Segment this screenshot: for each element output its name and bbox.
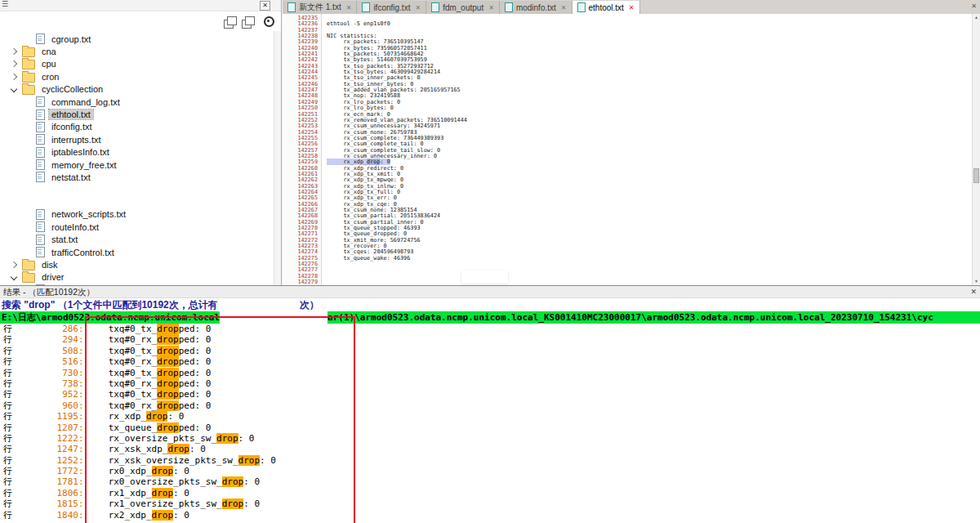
- code-line[interactable]: rx_lro_bytes: 0: [327, 105, 973, 111]
- code-line[interactable]: tx_tso_bytes: 463099429284214: [327, 69, 973, 75]
- match-row[interactable]: 行960:txq#0_rx_dropped: 0: [0, 400, 980, 411]
- code-line[interactable]: rx_xdp_tx_cqe: 0: [327, 202, 973, 208]
- code-line[interactable]: tx_queue_dropped: 0: [327, 231, 973, 237]
- tab--1.txt[interactable]: 新文件 1.txt✕: [283, 1, 357, 14]
- code-line[interactable]: [327, 28, 973, 34]
- tab-ethtool.txt[interactable]: ethtool.txt✕: [572, 1, 640, 14]
- match-row[interactable]: 行730:txq#0_tx_dropped: 0: [0, 368, 980, 378]
- tree-item-cgroup.txt[interactable]: cgroup.txt: [0, 33, 274, 45]
- tile-windows-icon[interactable]: [242, 20, 252, 29]
- code-line[interactable]: tx_csum_partial_inner: 0: [327, 220, 973, 226]
- match-row[interactable]: 行1207:tx_queue_dropped: 0: [0, 422, 980, 433]
- tree-scrollbar[interactable]: [274, 31, 281, 285]
- tab-fdm_output[interactable]: fdm_output✕: [426, 1, 500, 14]
- cascade-windows-icon[interactable]: [224, 20, 234, 29]
- code-line[interactable]: rx_csum_unnecessary: 34245971: [327, 123, 973, 129]
- code-line[interactable]: tx_nop: 232419588: [327, 93, 973, 99]
- editor[interactable]: 1422351422361422371422381422391422401422…: [283, 14, 973, 285]
- chevron-down-icon[interactable]: [11, 274, 17, 280]
- code-line[interactable]: tx_added_vlan_packets: 205165957165: [327, 87, 973, 93]
- workspace-close-icon[interactable]: ✕: [260, 1, 270, 11]
- tree-item-trafficControl.txt[interactable]: trafficControl.txt: [0, 246, 274, 258]
- editor-scrollbar[interactable]: ▲ ▼: [972, 14, 980, 285]
- code-line[interactable]: ethtool -S enp1s0f0: [327, 21, 973, 27]
- code-line[interactable]: rx_xdp_tx_full: 0: [327, 190, 973, 195]
- chevron-right-icon[interactable]: [11, 262, 17, 268]
- code-line[interactable]: rx_xdp_tx_xmit: 0: [327, 172, 973, 177]
- tab-close-icon[interactable]: ✕: [561, 4, 567, 11]
- match-row[interactable]: 行286:txq#0_tx_dropped: 0: [0, 324, 980, 334]
- tabbar-close-icon[interactable]: ✕: [971, 2, 977, 10]
- match-row[interactable]: 行738:txq#0_rx_dropped: 0: [0, 378, 980, 389]
- code-line[interactable]: tx_recover: 0: [327, 244, 973, 249]
- tree-item-interrupts.txt[interactable]: interrupts.txt: [0, 133, 274, 145]
- code-line[interactable]: rx_xdp_drop: 0: [327, 159, 973, 165]
- code-area[interactable]: ethtool -S enp1s0f0NIC statistics: rx_pa…: [322, 14, 973, 285]
- result-file-path[interactable]: E:\日志\armod0523.odata.ncmp.unicom.locala…: [0, 311, 980, 324]
- tab-close-icon[interactable]: ✕: [346, 4, 352, 11]
- code-line[interactable]: tx_xmit_more: 569724756: [327, 238, 973, 244]
- tree-item-memory_free.txt[interactable]: memory_free.txt: [0, 159, 274, 171]
- tab-modinfo.txt[interactable]: modinfo.txt✕: [500, 1, 572, 14]
- tree-item-stat.txt[interactable]: stat.txt: [0, 233, 274, 245]
- tree-item-cna[interactable]: cna: [0, 45, 274, 57]
- tree-item-disk[interactable]: disk: [0, 258, 274, 270]
- match-row[interactable]: 行1252:rx_xsk_oversize_pkts_sw_drop: 0: [0, 455, 980, 466]
- scrollbar-thumb[interactable]: [973, 168, 979, 183]
- code-line[interactable]: [327, 262, 973, 267]
- match-row[interactable]: 行1815:rx1_oversize_pkts_sw_drop: 0: [0, 498, 980, 509]
- chevron-right-icon[interactable]: [11, 48, 17, 55]
- tree-item-driver[interactable]: driver: [0, 271, 274, 284]
- code-line[interactable]: tx_queue_stopped: 46393: [327, 226, 973, 231]
- menu-icon[interactable]: ☰: [2, 0, 8, 8]
- scroll-down-icon[interactable]: ▼: [973, 278, 980, 285]
- match-row[interactable]: 行1781:rx0_oversize_pkts_sw_drop: 0: [0, 476, 980, 487]
- scroll-up-icon[interactable]: ▲: [973, 14, 980, 21]
- tree-item-cron[interactable]: cron: [0, 70, 274, 83]
- chevron-right-icon[interactable]: [11, 74, 17, 80]
- tree-item-ethtool.txt[interactable]: ethtool.txt: [0, 108, 274, 120]
- path-prefix: E:\日志\armod0523.odata.ncmp.unicom.local: [2, 312, 220, 323]
- tree-item-netstat.txt[interactable]: netstat.txt: [0, 171, 274, 183]
- results-close-icon[interactable]: ✕: [970, 286, 977, 297]
- tree-item-label: command_log.txt: [49, 97, 122, 107]
- code-line[interactable]: tx_queue_wake: 46396: [327, 256, 973, 262]
- code-line[interactable]: rx_xdp_redirect: 0: [327, 166, 973, 172]
- code-line[interactable]: rx_xdp_tx_inlnw: 0: [327, 184, 973, 190]
- match-row[interactable]: 行952:txq#0_tx_dropped: 0: [0, 389, 980, 400]
- tree-item-ifconfig.txt[interactable]: ifconfig.txt: [0, 121, 274, 133]
- tree-item-iptablesInfo.txt[interactable]: iptablesInfo.txt: [0, 146, 274, 159]
- code-line[interactable]: rx_xdp_tx_mpwqe: 0: [327, 177, 973, 183]
- match-row[interactable]: 行1840:rx2_xdp_drop: 0: [0, 510, 980, 521]
- match-row[interactable]: 行1806:rx1_xdp_drop: 0: [0, 488, 980, 498]
- tab-ifconfig.txt[interactable]: ifconfig.txt✕: [357, 1, 426, 14]
- code-line[interactable]: [327, 274, 973, 279]
- code-line[interactable]: tx_tso_inner_packets: 0: [327, 75, 973, 81]
- tree-item-cpu[interactable]: cpu: [0, 58, 274, 70]
- match-row[interactable]: 行516:txq#0_rx_dropped: 0: [0, 356, 980, 367]
- match-row[interactable]: 行508:txq#0_tx_dropped: 0: [0, 346, 980, 356]
- code-line[interactable]: [327, 267, 973, 273]
- tree-item-command_log.txt[interactable]: command_log.txt: [0, 96, 274, 108]
- match-row[interactable]: 行1195:rx_xdp_drop: 0: [0, 411, 980, 422]
- match-row[interactable]: 行294:txq#0_rx_dropped: 0: [0, 334, 980, 345]
- tree-item-cyclicCollection[interactable]: cyclicCollection: [0, 83, 274, 96]
- tab-close-icon[interactable]: ✕: [488, 4, 494, 11]
- match-row[interactable]: 行1247:rx_xsk_xdp_drop: 0: [0, 444, 980, 454]
- tree-item-network_scripts.txt[interactable]: network_scripts.txt: [0, 208, 274, 221]
- code-line[interactable]: rx_lro_packets: 0: [327, 100, 973, 105]
- chevron-right-icon[interactable]: [11, 60, 17, 67]
- tab-close-icon[interactable]: ✕: [629, 4, 635, 11]
- locate-file-icon[interactable]: [264, 16, 274, 27]
- code-line[interactable]: rx_csum_unnecessary_inner: 0: [327, 154, 973, 159]
- tree-item-label: cgroup.txt: [49, 34, 93, 44]
- match-row[interactable]: 行1222:rx_oversize_pkts_sw_drop: 0: [0, 433, 980, 444]
- tab-close-icon[interactable]: ✕: [415, 4, 421, 11]
- tree-item-routeInfo.txt[interactable]: routeInfo.txt: [0, 221, 274, 233]
- chevron-down-icon[interactable]: [11, 86, 17, 92]
- code-line[interactable]: rx_xdp_tx_err: 0: [327, 195, 973, 201]
- code-line[interactable]: [327, 279, 973, 285]
- code-line[interactable]: [327, 16, 973, 21]
- match-row[interactable]: 行1772:rx0_xdp_drop: 0: [0, 466, 980, 476]
- code-line[interactable]: tx_cqes: 204596498793: [327, 249, 973, 255]
